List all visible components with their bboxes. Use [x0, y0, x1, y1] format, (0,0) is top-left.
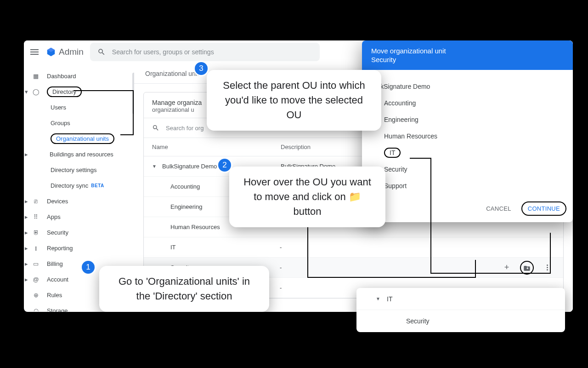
step-badge-3: 3 [193, 61, 209, 76]
col-desc: Description [281, 144, 311, 150]
ou-option[interactable]: BulkSignature Demo [371, 78, 564, 95]
sidebar-item-dashboard[interactable]: ▦Dashboard [24, 68, 134, 84]
callout-2: Hover over the OU you want to move and c… [229, 167, 385, 227]
add-button[interactable]: + [500, 261, 514, 275]
search-icon [152, 124, 159, 132]
sidebar-item-users[interactable]: Users [24, 99, 134, 115]
brand-text: Admin [59, 47, 84, 57]
sidebar-item-dir-settings[interactable]: Directory settings [24, 162, 134, 178]
ou-option[interactable]: Engineering [371, 111, 564, 128]
sidebar-item-buildings[interactable]: ▸Buildings and resources [24, 146, 134, 162]
ou-option-selected[interactable]: IT [371, 144, 564, 161]
move-dialog: Move organizational unit Security BulkSi… [362, 40, 573, 222]
search-input[interactable]: Search for users, groups or settings [90, 43, 320, 61]
cancel-button[interactable]: CANCEL [481, 201, 517, 216]
result-preview: ▼IT Security [356, 288, 565, 332]
expand-icon[interactable]: ▼ [376, 296, 387, 301]
sidebar-item-security[interactable]: ▸⛨Security [24, 224, 134, 240]
step-badge-1: 1 [80, 259, 96, 275]
sidebar-item-org-units[interactable]: Organizational units [24, 131, 134, 146]
hamburger-menu-icon[interactable] [30, 49, 39, 55]
table-row[interactable]: IT- [144, 237, 563, 258]
expand-icon[interactable]: ▼ [152, 164, 162, 169]
more-button[interactable] [540, 261, 554, 275]
search-placeholder: Search for users, groups or settings [112, 48, 214, 56]
result-parent-row[interactable]: ▼IT [356, 288, 565, 310]
move-button[interactable] [520, 261, 534, 275]
ou-option[interactable]: Support [371, 178, 564, 194]
dialog-subtitle: Security [371, 56, 564, 63]
sidebar-item-dir-sync[interactable]: Directory syncBETA [24, 178, 134, 193]
col-name: Name [152, 144, 281, 150]
sidebar-item-reporting[interactable]: ▸⫿Reporting [24, 240, 134, 256]
sidebar-item-groups[interactable]: Groups [24, 115, 134, 131]
ou-option[interactable]: Human Resources [371, 128, 564, 144]
continue-button[interactable]: CONTINUE [521, 201, 566, 216]
dialog-title: Move organizational unit [371, 47, 564, 55]
ou-option[interactable]: Accounting [371, 95, 564, 111]
brand-logo: Admin [46, 47, 84, 57]
result-child-row[interactable]: Security [356, 310, 565, 332]
callout-1: Go to 'Organizational units' in the 'Dir… [99, 266, 269, 312]
search-icon [97, 48, 106, 56]
sidebar-item-devices[interactable]: ▸⎚Devices [24, 193, 134, 209]
step-badge-2: 2 [217, 157, 232, 173]
sidebar-item-directory[interactable]: ▾◯Directory [24, 84, 134, 99]
callout-3: Select the parent OU into which you'd li… [207, 70, 381, 131]
ou-option[interactable]: Security [371, 161, 564, 178]
folder-move-icon [523, 264, 531, 271]
sidebar-item-apps[interactable]: ▸⠿Apps [24, 209, 134, 224]
